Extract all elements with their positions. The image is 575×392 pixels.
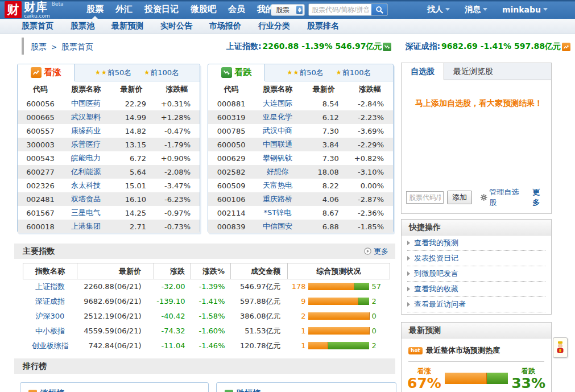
stock-price: 14.82 [109, 124, 154, 138]
watchlist-add-input[interactable] [406, 191, 444, 204]
watchlist-more-link[interactable]: 更多 [532, 187, 547, 208]
manage-watchlist-link[interactable]: 管理自选股 [480, 187, 524, 208]
arrow-right-icon [407, 271, 410, 276]
stock-price: 6.88 [301, 220, 347, 233]
index-name-link[interactable]: 上证指数 [23, 279, 77, 294]
tab-watchlist[interactable]: 自选股 [402, 63, 444, 80]
search-category-select[interactable]: 股票 [271, 4, 305, 16]
site-logo[interactable]: 财 财库 caiku.com Beta [5, 1, 63, 19]
stock-name-link[interactable]: *ST锌电 [264, 208, 292, 217]
sub-nav-item[interactable]: 股票排名 [307, 21, 339, 31]
stock-code: 600319 [208, 110, 254, 124]
main-nav-item[interactable]: 会员 [228, 0, 245, 19]
sub-nav-item[interactable]: 实时公告 [160, 21, 192, 31]
search-button[interactable] [371, 4, 387, 15]
stock-name-link[interactable]: 双塔食品 [71, 195, 101, 203]
stock-name-link[interactable]: 中国医药 [71, 99, 101, 108]
table-row: 002326 永太科技 15.01 -3.47% [18, 179, 200, 192]
tab-top100[interactable]: ★ 前100名 [336, 68, 371, 78]
bear-count: 2 [372, 341, 387, 350]
quick-action-item[interactable]: 到微股吧发言 [407, 266, 545, 282]
add-stock-button[interactable]: 添加 [447, 191, 472, 204]
shenzhen-index-ticker[interactable]: 深证成指: 9682.69 -1.41% 597.88亿元 [405, 42, 570, 52]
prediction-bar [308, 327, 370, 335]
prediction-status: 178 57 [288, 282, 390, 291]
down-trend-chart-icon[interactable] [383, 43, 391, 51]
index-name-link[interactable]: 中小板指 [23, 324, 77, 339]
shanghai-index-ticker[interactable]: 上证指数: 2260.88 -1.39% 546.97亿元 [226, 42, 392, 52]
section-title: 排行榜 [23, 361, 388, 372]
index-name-link[interactable]: 深证成指 [23, 294, 77, 309]
mascot-floating-button[interactable] [553, 337, 568, 358]
breadcrumb-separator: > [51, 43, 57, 51]
logo-name: 财库 [24, 1, 50, 13]
index-turnover: 51.53亿元 [231, 324, 288, 339]
stock-name-link[interactable]: 大连国际 [263, 99, 292, 108]
user-menu-item[interactable]: minkabu [502, 5, 548, 14]
tab-bullish[interactable]: 看涨 [18, 64, 75, 81]
breadcrumb-root[interactable]: 股票 [31, 42, 47, 51]
tab-gainers[interactable]: 涨幅榜 [40, 389, 64, 392]
stock-price: 14.25 [109, 206, 154, 220]
sub-nav-item[interactable]: 市场报价 [209, 21, 241, 31]
tab-recently-viewed[interactable]: 最近浏览股 [444, 63, 502, 80]
stock-code: 000881 [208, 97, 254, 110]
stock-name-link[interactable]: 三星电气 [71, 208, 101, 217]
stock-name-link[interactable]: 乐普医疗 [71, 140, 101, 148]
user-menu-item[interactable]: 找人 [427, 5, 450, 15]
sub-nav-item[interactable]: 股票首页 [22, 21, 53, 31]
column-header: 最新价 [109, 81, 154, 97]
tab-top100[interactable]: ★ 前100名 [144, 68, 179, 78]
stock-name-link[interactable]: 重庆路桥 [263, 195, 292, 203]
quick-action-item[interactable]: 查看最近访问者 [407, 297, 545, 312]
select-stepper-icon [296, 6, 303, 14]
logo-domain: caiku.com [24, 14, 50, 19]
stock-name-link[interactable]: 亿利能源 [71, 167, 101, 176]
index-name-link[interactable]: 沪深300 [23, 309, 77, 324]
stock-name-link[interactable]: 中信国安 [263, 222, 292, 230]
stock-name-link[interactable]: 上港集团 [71, 222, 101, 230]
stock-name-link[interactable]: 攀钢钒钛 [263, 154, 292, 162]
stock-name-link[interactable]: 天富热电 [263, 181, 292, 189]
main-nav-item[interactable]: 投资日记 [144, 0, 179, 19]
stock-name-link[interactable]: 亚星化学 [263, 113, 292, 121]
stock-name-link[interactable]: 武汉塑料 [71, 113, 101, 121]
stock-search-input[interactable] [309, 4, 371, 15]
indices-more-link[interactable]: 更多 [364, 246, 388, 257]
stock-change: -1.85% [347, 220, 393, 233]
panel-title: 快捷操作 [402, 220, 551, 236]
stock-name-link[interactable]: 武汉中商 [263, 126, 292, 135]
quick-action-item[interactable]: 查看我的收藏 [407, 282, 545, 297]
tab-top50[interactable]: ★★ 前50名 [287, 68, 324, 78]
main-nav-item[interactable]: 股票 [86, 0, 104, 19]
stock-name-link[interactable]: 康缘药业 [71, 126, 101, 135]
stock-change: -0.47% [154, 124, 200, 138]
main-nav-item[interactable]: 微股吧 [191, 0, 216, 19]
tab-losers[interactable]: 跌幅榜 [237, 389, 260, 392]
gainers-rank-box: 涨幅榜 [20, 382, 209, 392]
stock-change: 0.00% [347, 179, 393, 192]
stock-name-link[interactable]: 好想你 [266, 167, 288, 176]
stock-code: 600018 [18, 220, 63, 233]
up-trend-chart-icon[interactable] [562, 43, 570, 51]
sub-nav-item[interactable]: 股票池 [71, 21, 94, 31]
main-nav-item[interactable]: 外汇 [115, 0, 133, 19]
index-row: 深证成指 9682.69(06/21) -139.10 -1.41% 597.8… [23, 294, 390, 309]
index-name-link[interactable]: 创业板综指 [23, 339, 77, 353]
tab-bearish[interactable]: 看跌 [208, 64, 265, 81]
user-menu-item[interactable]: 消息 [465, 5, 487, 15]
quick-action-item[interactable]: 查看我的预测 [407, 236, 545, 251]
stock-price: 14.99 [109, 110, 154, 124]
index-change: -11.04 [154, 339, 191, 353]
stock-name-link[interactable]: 皖能电力 [71, 154, 101, 162]
ticker-label: 上证指数: [226, 42, 262, 52]
stock-price: 6.72 [109, 151, 154, 165]
stock-name-link[interactable]: 中国联通 [263, 140, 292, 148]
stock-name-link[interactable]: 永太科技 [71, 181, 101, 189]
bear-percent: 33% [511, 375, 545, 391]
tab-top50[interactable]: ★★ 前50名 [95, 68, 131, 78]
sub-nav-item[interactable]: 最新预测 [111, 21, 143, 31]
sub-nav-item[interactable]: 行业分类 [258, 21, 290, 31]
column-header: 涨跌% [191, 263, 231, 279]
quick-action-item[interactable]: 发表投资日记 [407, 251, 545, 266]
